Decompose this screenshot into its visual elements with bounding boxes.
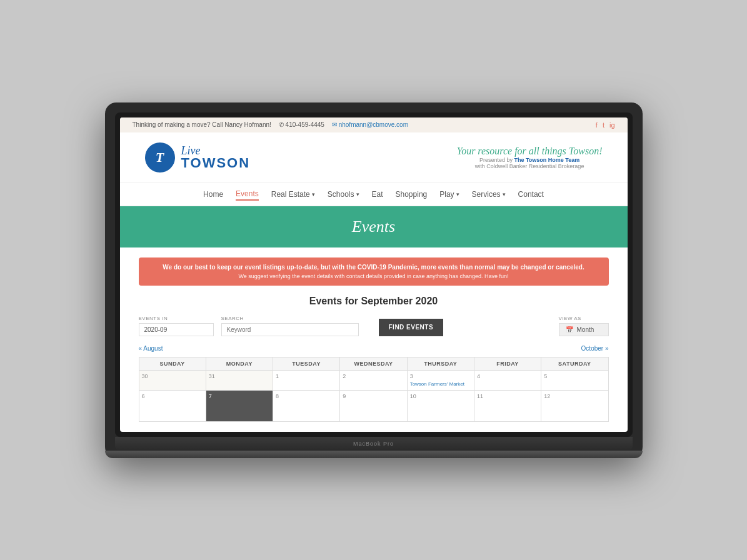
events-controls: EVENTS IN 2020-09 SEARCH FIND EVENTS VIE… xyxy=(139,316,609,336)
search-group: SEARCH xyxy=(221,316,359,336)
nav-shopping[interactable]: Shopping xyxy=(396,188,428,201)
day-num: 12 xyxy=(544,393,605,399)
calendar-cell[interactable]: 4 xyxy=(474,370,541,390)
site-header: T Live TOWSON Your resource for all thin… xyxy=(120,132,628,182)
day-num: 9 xyxy=(343,393,404,399)
day-num: 31 xyxy=(209,373,270,379)
day-num: 4 xyxy=(477,373,538,379)
calendar-body: 30 31 1 2 3 xyxy=(139,370,608,421)
calendar-row-1: 30 31 1 2 3 xyxy=(139,370,608,390)
nav-services[interactable]: Services xyxy=(472,188,506,201)
calendar-table: SUNDAY MONDAY TUESDAY WEDNESDAY THURSDAY… xyxy=(139,357,609,422)
day-num: 2 xyxy=(343,373,404,379)
events-in-group: EVENTS IN 2020-09 xyxy=(139,316,214,336)
laptop-bottom xyxy=(105,451,643,458)
day-num: 6 xyxy=(142,393,203,399)
calendar-cell[interactable]: 9 xyxy=(340,390,407,421)
day-num: 3 xyxy=(410,373,471,379)
calendar-header: SUNDAY MONDAY TUESDAY WEDNESDAY THURSDAY… xyxy=(139,357,608,370)
calendar-cell[interactable]: 31 xyxy=(206,370,273,390)
site-tagline: Your resource for all things Towson! xyxy=(457,146,603,157)
view-as-group: VIEW AS 📅 Month xyxy=(559,316,609,336)
covid-notice-title: We do our best to keep our event listing… xyxy=(149,264,599,271)
day-num: 1 xyxy=(276,373,337,379)
day-saturday: SATURDAY xyxy=(541,357,608,370)
email-address[interactable]: ✉ nhofmann@cbmove.com xyxy=(332,121,408,128)
logo-text: Live TOWSON xyxy=(181,145,251,170)
view-as-month-label: Month xyxy=(577,326,594,333)
main-nav: Home Events Real Estate Schools Eat Shop… xyxy=(120,182,628,206)
logo-circle: T xyxy=(145,142,175,172)
laptop-base: MacBook Pro xyxy=(115,437,633,451)
social-links: f t ig xyxy=(596,121,615,129)
top-bar: Thinking of making a move? Call Nancy Ho… xyxy=(120,118,628,132)
page-banner: Events xyxy=(120,206,628,248)
events-page-title: Events for September 2020 xyxy=(139,296,609,307)
day-num: 10 xyxy=(410,393,471,399)
day-friday: FRIDAY xyxy=(474,357,541,370)
header-tagline-area: Your resource for all things Towson! Pre… xyxy=(457,146,603,169)
presented-label: Presented by xyxy=(479,157,513,163)
view-as-label: VIEW AS xyxy=(559,316,609,321)
calendar-row-2: 6 7 8 9 10 xyxy=(139,390,608,421)
nav-events[interactable]: Events xyxy=(236,188,259,201)
events-in-label: EVENTS IN xyxy=(139,316,214,321)
calendar-cell[interactable]: 6 xyxy=(139,390,206,421)
logo-area[interactable]: T Live TOWSON xyxy=(145,142,251,172)
facebook-icon[interactable]: f xyxy=(596,121,598,129)
presented-by-text: Presented by The Towson Home Team xyxy=(457,157,603,163)
next-month-link[interactable]: October » xyxy=(581,345,609,352)
calendar-cell[interactable]: 30 xyxy=(139,370,206,390)
events-in-input[interactable]: 2020-09 xyxy=(139,323,214,336)
search-input[interactable] xyxy=(221,323,359,336)
search-label: SEARCH xyxy=(221,316,359,321)
calendar-icon: 📅 xyxy=(566,326,573,333)
calendar-cell[interactable]: 3 Towson Farmers' Market xyxy=(407,370,474,390)
main-content: We do our best to keep our event listing… xyxy=(120,248,628,432)
screen-bezel: Thinking of making a move? Call Nancy Ho… xyxy=(115,112,633,437)
logo-live: Live xyxy=(181,145,251,156)
calendar-cell-today[interactable]: 7 xyxy=(206,390,273,421)
contact-text: Thinking of making a move? Call Nancy Ho… xyxy=(133,121,271,128)
prev-month-link[interactable]: « August xyxy=(139,345,163,352)
nav-home[interactable]: Home xyxy=(203,188,223,201)
covid-notice: We do our best to keep our event listing… xyxy=(139,258,609,286)
day-num: 5 xyxy=(544,373,605,379)
laptop-brand: MacBook Pro xyxy=(353,441,394,447)
calendar-cell[interactable]: 10 xyxy=(407,390,474,421)
nav-schools[interactable]: Schools xyxy=(328,188,359,201)
nav-play[interactable]: Play xyxy=(439,188,459,201)
top-bar-left: Thinking of making a move? Call Nancy Ho… xyxy=(133,121,408,128)
broker-name: with Coldwell Banker Residential Brokera… xyxy=(457,163,603,169)
day-num: 11 xyxy=(477,393,538,399)
calendar-nav: « August October » xyxy=(139,345,609,352)
calendar-cell[interactable]: 1 xyxy=(273,370,340,390)
logo-towson: TOWSON xyxy=(181,156,251,170)
banner-title: Events xyxy=(352,218,395,236)
day-thursday: THURSDAY xyxy=(407,357,474,370)
nav-contact[interactable]: Contact xyxy=(518,188,544,201)
calendar-cell[interactable]: 12 xyxy=(541,390,608,421)
nav-realestate[interactable]: Real Estate xyxy=(271,188,315,201)
calendar-cell[interactable]: 5 xyxy=(541,370,608,390)
covid-notice-body: We suggest verifying the event details w… xyxy=(149,273,599,279)
calendar-cell[interactable]: 11 xyxy=(474,390,541,421)
day-num-today: 7 xyxy=(209,393,270,399)
day-tuesday: TUESDAY xyxy=(273,357,340,370)
day-monday: MONDAY xyxy=(206,357,273,370)
day-sunday: SUNDAY xyxy=(139,357,206,370)
laptop-frame: Thinking of making a move? Call Nancy Ho… xyxy=(105,102,643,458)
view-as-month-button[interactable]: 📅 Month xyxy=(559,323,609,336)
instagram-icon[interactable]: ig xyxy=(609,121,615,129)
day-num: 30 xyxy=(142,373,203,379)
nav-eat[interactable]: Eat xyxy=(372,188,383,201)
calendar-event[interactable]: Towson Farmers' Market xyxy=(410,381,471,388)
phone-number[interactable]: ✆ 410-459-4445 xyxy=(279,121,324,128)
calendar-cell[interactable]: 8 xyxy=(273,390,340,421)
calendar-cell[interactable]: 2 xyxy=(340,370,407,390)
screen: Thinking of making a move? Call Nancy Ho… xyxy=(120,118,628,432)
calendar-header-row: SUNDAY MONDAY TUESDAY WEDNESDAY THURSDAY… xyxy=(139,357,608,370)
team-name: The Towson Home Team xyxy=(514,157,580,163)
twitter-icon[interactable]: t xyxy=(603,121,604,129)
find-events-button[interactable]: FIND EVENTS xyxy=(379,319,444,336)
